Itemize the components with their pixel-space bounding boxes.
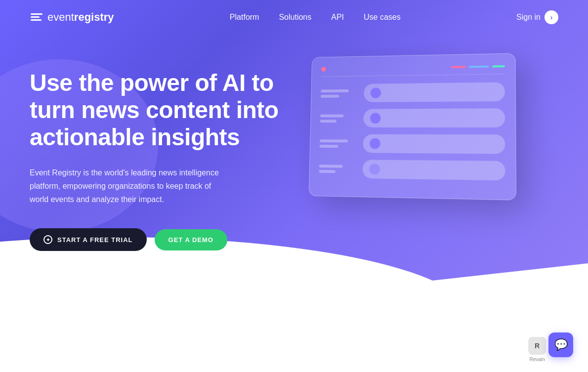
pill-dot-2 — [370, 113, 381, 124]
dash-row-1 — [321, 82, 505, 102]
hero-text: Use the power of AI to turn news content… — [30, 59, 287, 251]
row-lines-1 — [321, 89, 358, 97]
revain-badge[interactable]: R Revain — [528, 337, 546, 362]
dot-pink — [321, 67, 326, 72]
dash-pill-4 — [362, 160, 505, 180]
row-line-2b — [320, 120, 336, 123]
revain-label: Revain — [529, 357, 545, 362]
dash-pill-3 — [363, 134, 505, 154]
sign-in-button[interactable]: Sign in › — [516, 10, 558, 24]
dash-pill-1 — [364, 82, 505, 102]
nav-platform[interactable]: Platform — [230, 13, 259, 22]
dash-row-4 — [319, 159, 505, 180]
hero-illustration — [306, 54, 558, 212]
logo-event: event — [47, 11, 74, 23]
row-line-1a — [321, 89, 349, 92]
logo-registry: registry — [74, 11, 114, 23]
row-lines-3 — [320, 139, 358, 148]
nav-solutions[interactable]: Solutions — [279, 13, 311, 22]
line-green — [492, 65, 505, 67]
chat-icon: 💬 — [554, 338, 568, 351]
logo[interactable]: eventregistry — [30, 10, 114, 24]
dashboard-rows — [319, 82, 505, 180]
row-line-1b — [321, 94, 339, 97]
dash-pill-2 — [363, 108, 505, 127]
row-line-3b — [320, 145, 338, 148]
row-line-4a — [319, 165, 343, 167]
row-lines-2 — [320, 114, 358, 123]
hero-buttons: ✦ START A FREE TRIAL GET A DEMO — [30, 228, 287, 251]
svg-rect-0 — [31, 13, 42, 15]
hero-content: Use the power of AI to turn news content… — [0, 35, 588, 251]
svg-rect-1 — [31, 16, 40, 18]
pill-dot-4 — [369, 164, 380, 174]
trial-icon: ✦ — [43, 235, 52, 244]
row-line-2a — [320, 114, 343, 117]
demo-button[interactable]: GET A DEMO — [155, 229, 227, 250]
hero-title: Use the power of AI to turn news content… — [30, 69, 287, 151]
dashboard-card — [309, 53, 516, 201]
logo-icon — [30, 10, 43, 24]
trial-button[interactable]: ✦ START A FREE TRIAL — [30, 228, 147, 251]
hero-description: Event Registry is the world's leading ne… — [30, 166, 222, 207]
sign-in-label: Sign in — [516, 13, 541, 22]
trial-label: START A FREE TRIAL — [57, 236, 133, 244]
line-blue — [469, 66, 489, 68]
navbar: eventregistry Platform Solutions API Use… — [0, 0, 588, 35]
chat-widget[interactable]: 💬 — [548, 332, 573, 357]
nav-use-cases[interactable]: Use cases — [364, 13, 401, 22]
svg-rect-2 — [31, 19, 42, 21]
dashboard-topbar — [321, 64, 505, 77]
sign-in-arrow-icon: › — [545, 10, 558, 24]
demo-label: GET A DEMO — [168, 236, 213, 244]
row-line-3a — [320, 139, 348, 142]
row-lines-4 — [319, 165, 357, 173]
nav-api[interactable]: API — [331, 13, 344, 22]
dash-row-3 — [319, 134, 505, 154]
pill-dot-3 — [370, 138, 380, 149]
pill-dot-1 — [371, 87, 381, 98]
line-pink — [451, 66, 466, 68]
dash-row-2 — [320, 108, 505, 127]
top-lines — [451, 65, 505, 68]
revain-logo: R — [528, 337, 546, 355]
row-line-4b — [319, 170, 336, 173]
nav-links: Platform Solutions API Use cases — [230, 13, 401, 22]
logo-text: eventregistry — [47, 11, 114, 24]
